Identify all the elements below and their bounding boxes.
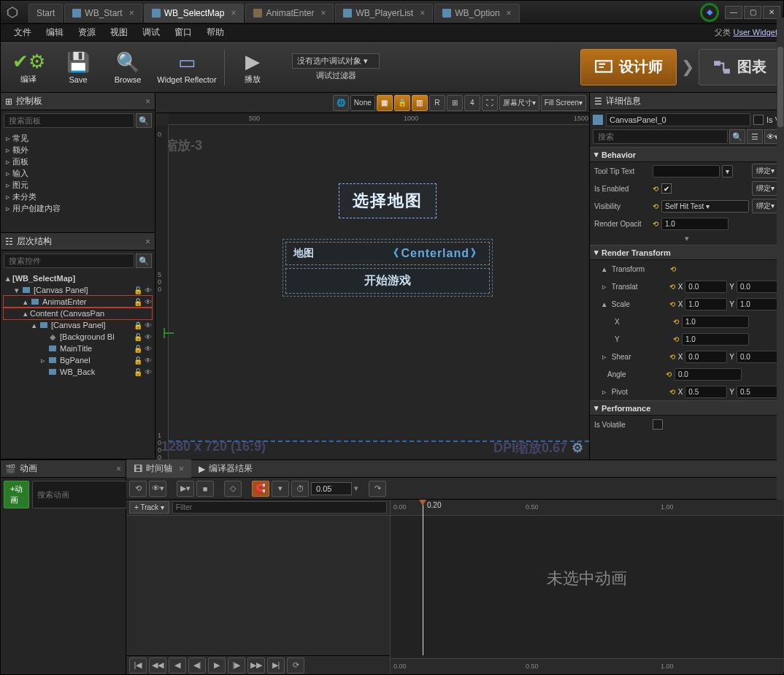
scale-y-input[interactable]	[737, 298, 779, 310]
window-close[interactable]: ✕	[763, 6, 780, 19]
pivot-x-input[interactable]	[685, 386, 727, 398]
fill-screen-button[interactable]: Fill Screen▾	[541, 95, 586, 111]
outline-button[interactable]: ▦	[377, 95, 393, 111]
snap-opts-icon[interactable]: ▾	[272, 481, 289, 497]
play-fwd-icon[interactable]: ▶	[208, 657, 226, 674]
close-icon[interactable]: ×	[116, 464, 121, 474]
hierarchy-row[interactable]: ▾[Canvas Panel]🔓 👁	[4, 284, 152, 296]
key-icon[interactable]: ◇	[224, 481, 242, 497]
designer-viewport[interactable]: 缩放-3 500 1000 1500 0 5 0 0 1 0 0 0 选择地图	[155, 113, 589, 459]
tab-start[interactable]: Start	[28, 4, 63, 23]
close-icon[interactable]: ×	[145, 237, 150, 247]
save-button[interactable]: 💾Save	[55, 45, 101, 90]
grid-button[interactable]: ⊞	[447, 95, 463, 111]
track-filter-input[interactable]	[172, 501, 387, 514]
menu-edit[interactable]: 编辑	[39, 23, 71, 42]
hierarchy-search-input[interactable]	[4, 253, 134, 268]
add-track-button[interactable]: + Track ▾	[129, 501, 169, 514]
tab-wb-playerlist[interactable]: WB_PlayerList×	[335, 4, 433, 23]
is-variable-checkbox[interactable]	[753, 115, 764, 125]
tab-wb-option[interactable]: WB_Option×	[434, 4, 519, 23]
screen-size-button[interactable]: 屏幕尺寸▾	[499, 95, 539, 111]
zoom-fit-button[interactable]: ⛶	[482, 95, 498, 111]
pivot-y-input[interactable]	[737, 386, 779, 398]
loop-icon[interactable]: ⟳	[287, 657, 304, 674]
volatile-checkbox[interactable]	[653, 419, 663, 430]
bind-button[interactable]: 绑定▾	[752, 181, 779, 196]
scrollbar[interactable]	[777, 93, 783, 459]
play-icon[interactable]: ▶▾	[177, 481, 194, 497]
compiler-results-tab[interactable]: ▶编译器结果	[191, 459, 260, 478]
close-icon[interactable]: ×	[507, 8, 512, 18]
marketplace-icon[interactable]: ◆	[700, 3, 719, 22]
tooltip-dropdown[interactable]: ▾	[722, 165, 733, 178]
lang-button[interactable]: 🌐	[333, 95, 349, 111]
close-icon[interactable]: ×	[231, 8, 236, 18]
bind-button[interactable]: 绑定▾	[752, 199, 779, 213]
hierarchy-row[interactable]: ◆[Background Bl🔓 👁	[4, 331, 152, 343]
shear-x-input[interactable]	[685, 351, 727, 363]
menu-file[interactable]: 文件	[7, 23, 39, 42]
hierarchy-row[interactable]: WB_Back🔓 👁	[4, 366, 152, 378]
goto-end-icon[interactable]: ▶|	[267, 657, 285, 674]
none-button[interactable]: None	[350, 95, 375, 111]
hierarchy-row[interactable]: MainTitle🔓 👁	[4, 343, 152, 354]
close-icon[interactable]: ×	[145, 96, 150, 107]
enabled-checkbox[interactable]: ✔	[661, 183, 672, 194]
resolution-button[interactable]: R	[429, 95, 445, 111]
designer-mode-button[interactable]: 设计师	[580, 49, 677, 85]
stop-icon[interactable]: ■	[196, 481, 214, 497]
palette-search-input[interactable]	[4, 113, 134, 128]
menu-asset[interactable]: 资源	[71, 23, 103, 42]
translate-x-input[interactable]	[685, 281, 727, 293]
shear-y-input[interactable]	[737, 351, 779, 363]
visibility-select[interactable]: Self Hit Test ▾	[661, 200, 749, 213]
debug-object-select[interactable]: 没有选中调试对象 ▾	[292, 53, 380, 69]
reset-icon[interactable]: ⟲	[653, 202, 658, 210]
palette-tab[interactable]: ⊞控制板×	[1, 93, 155, 110]
visibility-icon[interactable]: 👁▾	[149, 481, 166, 497]
category-performance[interactable]: ▾ Performance	[590, 400, 783, 416]
hierarchy-row[interactable]: ▴AnimatEnter🔓 👁	[4, 296, 152, 308]
add-animation-button[interactable]: +动画	[4, 481, 29, 508]
scale-x-solo[interactable]	[682, 316, 749, 328]
search-icon[interactable]: 🔍	[136, 113, 152, 128]
menu-window[interactable]: 窗口	[167, 23, 199, 42]
hierarchy-tree[interactable]: ▴[WB_SelectMap] ▾[Canvas Panel]🔓 👁▴Anima…	[1, 271, 155, 379]
reset-icon[interactable]: ⟲	[653, 220, 658, 228]
snap-value-button[interactable]: 4	[464, 95, 480, 111]
translate-y-input[interactable]	[737, 281, 779, 293]
parent-class-link[interactable]: User Widget	[733, 28, 777, 37]
palette-tree[interactable]: ▹常见 ▹额外 ▹面板 ▹输入 ▹图元 ▹未分类 ▹用户创建内容	[1, 131, 155, 216]
graph-mode-button[interactable]: 图表	[699, 49, 780, 85]
hierarchy-row[interactable]: ▴[Canvas Panel]🔒 👁	[4, 319, 152, 331]
details-tab[interactable]: ☰详细信息	[590, 93, 783, 110]
opacity-input[interactable]	[661, 218, 729, 230]
time-step-input[interactable]	[311, 482, 352, 495]
menu-view[interactable]: 视图	[103, 23, 135, 42]
scale-x-input[interactable]	[685, 298, 727, 310]
widget-name-input[interactable]	[606, 113, 750, 126]
close-icon[interactable]: ×	[420, 8, 425, 18]
tab-animatenter[interactable]: AnimatEnter×	[245, 4, 334, 23]
scale-y-solo[interactable]	[682, 333, 749, 346]
animations-tab[interactable]: 🎬动画×	[1, 460, 126, 478]
window-maximize[interactable]: ▢	[744, 6, 761, 19]
frame-back-icon[interactable]: ◀|	[188, 657, 206, 674]
widget-reflector-button[interactable]: ▭Widget Reflector	[154, 45, 220, 90]
tab-wb-start[interactable]: WB_Start×	[64, 4, 142, 23]
search-icon[interactable]: 🔍	[136, 253, 152, 268]
frame-fwd-icon[interactable]: |▶	[228, 657, 245, 674]
layout-button[interactable]: ▥	[412, 95, 428, 111]
hierarchy-tab[interactable]: ☷层次结构×	[1, 233, 155, 251]
tooltip-input[interactable]	[653, 165, 720, 178]
play-reverse-icon[interactable]: ◀	[169, 657, 186, 674]
bind-button[interactable]: 绑定▾	[752, 164, 779, 178]
close-icon[interactable]: ×	[129, 8, 134, 18]
tab-wb-selectmap[interactable]: WB_SelectMap×	[144, 4, 245, 23]
step-back-icon[interactable]: ◀◀	[149, 657, 166, 674]
step-fwd-icon[interactable]: ▶▶	[247, 657, 265, 674]
timeline-tab[interactable]: 🎞时间轴×	[126, 459, 191, 478]
lock-button[interactable]: 🔒	[394, 95, 410, 111]
goto-start-icon[interactable]: |◀	[129, 657, 147, 674]
